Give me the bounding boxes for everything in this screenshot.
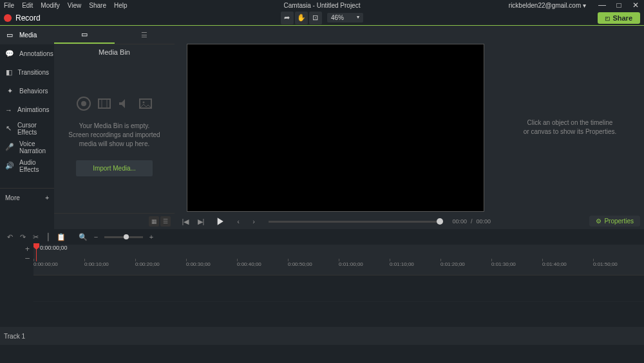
tool-sidebar: ▭Media 💬Annotations ◧Transitions ✦Behavi… [0, 26, 54, 229]
record-circle-icon [76, 96, 91, 111]
record-button[interactable]: Record [4, 14, 41, 23]
media-panel: ▭ ☰ Media Bin Your Media Bin is empty. S… [54, 26, 175, 229]
hand-tool-icon[interactable]: ✋ [295, 12, 308, 24]
ruler-tick: 0:01:40;00 [542, 261, 567, 267]
sidebar-item-cursor-effects[interactable]: ↖Cursor Effects [0, 119, 54, 138]
timeline: ↶ ↷ ✂ ⎮ 📋 🔍 − + + – 0:00:00;00 0:00:00;0… [0, 229, 644, 363]
gear-icon: ⚙ [596, 218, 601, 225]
ruler-tick: 0:01:30;00 [491, 261, 516, 267]
playhead[interactable] [36, 245, 37, 261]
bin-icon: ▭ [81, 30, 88, 39]
sidebar-item-transitions[interactable]: ◧Transitions [0, 63, 54, 82]
share-button[interactable]: ⏍ Share [598, 12, 640, 24]
ruler-tick: 0:01:10;00 [390, 261, 414, 267]
sidebar-item-audio-effects[interactable]: 🔊Audio Effects [0, 156, 54, 175]
split-button[interactable]: ⎮ [44, 233, 53, 241]
film-icon [97, 96, 112, 111]
next-frame-button[interactable]: ▶| [195, 216, 207, 227]
sidebar-item-behaviors[interactable]: ✦Behaviors [0, 82, 54, 100]
sidebar-item-annotations[interactable]: 💬Annotations [0, 44, 54, 63]
svg-point-1 [81, 101, 86, 106]
ruler-tick: 0:01:00;00 [339, 261, 363, 267]
ruler-tick: 0:00:10;00 [84, 261, 109, 267]
menu-bar: File Edit Modify View Share Help [4, 2, 128, 9]
svg-point-6 [142, 102, 144, 104]
panel-tab-bin[interactable]: ▭ [54, 26, 115, 44]
track-label-1[interactable]: Track 1 [0, 327, 33, 345]
canvas-area [175, 26, 496, 229]
audio-icon [117, 96, 133, 111]
collapse-tracks-button[interactable]: – [0, 254, 33, 263]
list-icon: ☰ [141, 31, 147, 39]
pointer-tool-icon[interactable]: ➦ [281, 12, 294, 24]
transitions-icon: ◧ [5, 68, 12, 77]
prev-marker-button[interactable]: ‹ [232, 216, 244, 227]
ruler-tick: 0:00:50;00 [288, 261, 312, 267]
share-icon: ⏍ [605, 14, 610, 22]
sidebar-item-animations[interactable]: →Animations [0, 100, 54, 119]
next-marker-button[interactable]: › [248, 216, 260, 227]
zoom-out-button[interactable]: − [91, 233, 100, 241]
cut-button[interactable]: ✂ [31, 233, 40, 241]
animations-icon: → [5, 106, 12, 114]
redo-button[interactable]: ↷ [18, 233, 27, 241]
time-current: 00:00 [452, 218, 467, 225]
ruler-tick: 0:01:50;00 [593, 261, 618, 267]
bin-empty-icons [61, 96, 168, 111]
window-title: Camtasia - Untitled Project [284, 2, 361, 9]
media-icon: ▭ [5, 31, 14, 39]
annotations-icon: 💬 [5, 50, 14, 58]
play-button[interactable] [211, 212, 229, 230]
zoom-fit-icon[interactable]: 🔍 [79, 233, 88, 241]
sidebar-more[interactable]: More+ [0, 188, 54, 207]
playhead-time: 0:00:00;00 [40, 245, 68, 251]
canvas-zoom-select[interactable]: 46% [327, 13, 363, 23]
menu-view[interactable]: View [68, 2, 82, 9]
menu-file[interactable]: File [4, 2, 14, 9]
plus-icon: + [45, 194, 49, 201]
time-total: 00:00 [476, 218, 491, 225]
import-media-button[interactable]: Import Media... [76, 160, 153, 176]
prev-frame-button[interactable]: |◀ [180, 216, 191, 227]
panel-tab-library[interactable]: ☰ [115, 26, 175, 44]
ruler-tick: 0:00:00;00 [33, 261, 58, 267]
sidebar-item-voice-narration[interactable]: 🎤Voice Narration [0, 138, 54, 156]
crop-tool-icon[interactable]: ⊡ [309, 12, 322, 24]
cursor-icon: ↖ [5, 124, 12, 133]
menu-share[interactable]: Share [89, 2, 106, 9]
menu-edit[interactable]: Edit [22, 2, 33, 9]
close-icon[interactable]: ✕ [631, 1, 640, 10]
list-view-icon[interactable]: ☰ [160, 216, 171, 227]
record-icon [4, 14, 12, 22]
timeline-ruler[interactable]: 0:00:00;000:00:10;000:00:20;000:00:30;00… [33, 261, 644, 275]
grid-view-icon[interactable]: ▦ [149, 216, 159, 227]
svg-rect-2 [99, 99, 110, 108]
zoom-in-button[interactable]: + [147, 233, 156, 241]
mic-icon: 🎤 [5, 143, 14, 151]
ruler-tick: 0:00:30;00 [186, 261, 211, 267]
account-email[interactable]: rickbelden22@gmail.com ▾ [509, 2, 586, 9]
playback-bar: |◀ ▶| ‹ › 00:00 / 00:00 [175, 214, 496, 229]
sidebar-item-media[interactable]: ▭Media [0, 26, 54, 44]
canvas[interactable] [187, 44, 484, 212]
ruler-tick: 0:01:20;00 [440, 261, 465, 267]
behaviors-icon: ✦ [5, 87, 14, 95]
undo-button[interactable]: ↶ [5, 233, 14, 241]
timeline-zoom-slider[interactable] [104, 236, 143, 238]
speaker-icon: 🔊 [5, 162, 14, 170]
panel-title: Media Bin [54, 44, 175, 60]
minimize-icon[interactable]: — [598, 1, 607, 10]
paste-button[interactable]: 📋 [57, 233, 66, 241]
menu-help[interactable]: Help [114, 2, 128, 9]
properties-button[interactable]: ⚙ Properties [589, 216, 640, 227]
track-row-1[interactable] [33, 327, 644, 345]
image-icon [138, 96, 153, 111]
playback-slider[interactable] [269, 221, 443, 223]
properties-panel: Click an object on the timeline or canva… [496, 26, 644, 229]
ruler-tick: 0:00:40;00 [237, 261, 261, 267]
bin-empty-text: Your Media Bin is empty. Screen recordin… [61, 122, 168, 149]
ruler-tick: 0:00:20;00 [135, 261, 160, 267]
maximize-icon[interactable]: □ [614, 1, 623, 10]
add-track-button[interactable]: + [0, 245, 33, 254]
menu-modify[interactable]: Modify [41, 2, 59, 9]
